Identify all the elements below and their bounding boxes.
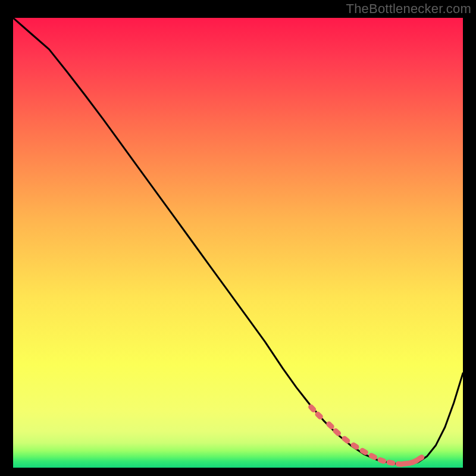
gradient-background xyxy=(13,18,463,468)
bottleneck-curve-chart xyxy=(13,18,463,468)
watermark-text: TheBottlenecker.com xyxy=(346,1,471,17)
plot-area xyxy=(13,18,463,468)
chart-frame: TheBottlenecker.com xyxy=(0,0,476,476)
